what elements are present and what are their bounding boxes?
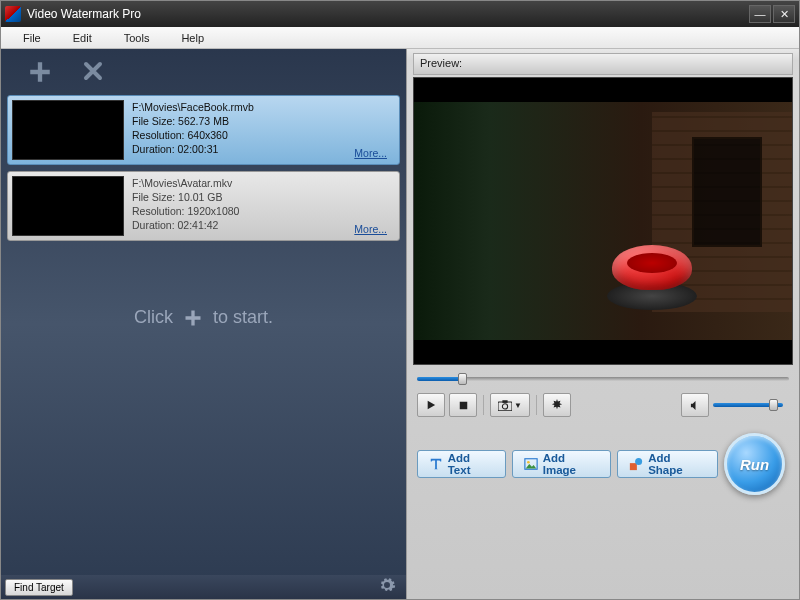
add-shape-button[interactable]: Add Shape bbox=[617, 450, 718, 478]
scene-red-object bbox=[607, 245, 697, 310]
add-text-button[interactable]: Add Text bbox=[417, 450, 506, 478]
minimize-button[interactable]: — bbox=[749, 5, 771, 23]
file-resolution: Resolution: 640x360 bbox=[132, 128, 395, 142]
content-area: F:\Movies\FaceBook.rmvb File Size: 562.7… bbox=[1, 49, 799, 599]
player-controls: ▼ bbox=[417, 391, 789, 419]
menu-tools[interactable]: Tools bbox=[108, 30, 166, 46]
divider bbox=[536, 395, 537, 415]
file-path: F:\Movies\FaceBook.rmvb bbox=[132, 100, 395, 114]
run-label: Run bbox=[740, 456, 769, 473]
preview-video-frame bbox=[414, 102, 792, 340]
seek-track bbox=[417, 377, 789, 381]
volume-thumb[interactable] bbox=[769, 399, 778, 411]
add-file-icon[interactable] bbox=[27, 59, 53, 85]
window-title: Video Watermark Pro bbox=[27, 7, 747, 21]
play-button[interactable] bbox=[417, 393, 445, 417]
stop-button[interactable] bbox=[449, 393, 477, 417]
plus-icon bbox=[183, 308, 203, 328]
run-button[interactable]: Run bbox=[724, 433, 785, 495]
add-image-label: Add Image bbox=[543, 452, 601, 476]
menubar: File Edit Tools Help bbox=[1, 27, 799, 49]
svg-rect-3 bbox=[502, 400, 507, 403]
settings-gear-icon[interactable] bbox=[378, 576, 396, 598]
svg-rect-6 bbox=[630, 463, 637, 470]
more-link[interactable]: More... bbox=[354, 222, 387, 236]
snapshot-button[interactable]: ▼ bbox=[490, 393, 530, 417]
add-image-button[interactable]: Add Image bbox=[512, 450, 611, 478]
menu-file[interactable]: File bbox=[7, 30, 57, 46]
divider bbox=[483, 395, 484, 415]
titlebar: Video Watermark Pro — ✕ bbox=[1, 1, 799, 27]
app-icon bbox=[5, 6, 21, 22]
seek-progress bbox=[417, 377, 462, 381]
app-window: Video Watermark Pro — ✕ File Edit Tools … bbox=[0, 0, 800, 600]
shape-icon bbox=[628, 456, 644, 472]
watermark-toolbar: Add Text Add Image Add Shape Run bbox=[417, 433, 789, 495]
svg-point-5 bbox=[527, 461, 530, 464]
file-size: File Size: 10.01 GB bbox=[132, 190, 395, 204]
find-target-button[interactable]: Find Target bbox=[5, 579, 73, 596]
text-icon bbox=[428, 456, 444, 472]
scene-window bbox=[692, 137, 762, 247]
click-start-hint: Click to start. bbox=[1, 307, 406, 328]
seek-slider[interactable] bbox=[417, 373, 789, 385]
svg-point-2 bbox=[502, 403, 507, 408]
close-button[interactable]: ✕ bbox=[773, 5, 795, 23]
svg-rect-0 bbox=[459, 401, 467, 409]
file-size: File Size: 562.73 MB bbox=[132, 114, 395, 128]
menu-edit[interactable]: Edit bbox=[57, 30, 108, 46]
file-path: F:\Movies\Avatar.mkv bbox=[132, 176, 395, 190]
effects-button[interactable] bbox=[543, 393, 571, 417]
add-text-label: Add Text bbox=[448, 452, 495, 476]
left-statusbar: Find Target bbox=[1, 575, 406, 599]
video-thumbnail bbox=[12, 100, 124, 160]
volume-button[interactable] bbox=[681, 393, 709, 417]
file-item[interactable]: F:\Movies\Avatar.mkv File Size: 10.01 GB… bbox=[7, 171, 400, 241]
file-resolution: Resolution: 1920x1080 bbox=[132, 204, 395, 218]
hint-prefix: Click bbox=[134, 307, 173, 328]
file-item[interactable]: F:\Movies\FaceBook.rmvb File Size: 562.7… bbox=[7, 95, 400, 165]
remove-file-icon[interactable] bbox=[81, 59, 107, 85]
svg-point-7 bbox=[635, 458, 642, 465]
preview-area bbox=[413, 77, 793, 365]
image-icon bbox=[523, 456, 539, 472]
left-panel: F:\Movies\FaceBook.rmvb File Size: 562.7… bbox=[1, 49, 407, 599]
video-thumbnail bbox=[12, 176, 124, 236]
add-shape-label: Add Shape bbox=[648, 452, 707, 476]
more-link[interactable]: More... bbox=[354, 146, 387, 160]
menu-help[interactable]: Help bbox=[165, 30, 220, 46]
right-panel: Preview: bbox=[407, 49, 799, 599]
seek-thumb[interactable] bbox=[458, 373, 467, 385]
preview-label: Preview: bbox=[413, 53, 793, 75]
volume-slider[interactable] bbox=[713, 403, 783, 407]
hint-suffix: to start. bbox=[213, 307, 273, 328]
left-toolbar bbox=[1, 49, 406, 95]
file-list: F:\Movies\FaceBook.rmvb File Size: 562.7… bbox=[1, 95, 406, 247]
